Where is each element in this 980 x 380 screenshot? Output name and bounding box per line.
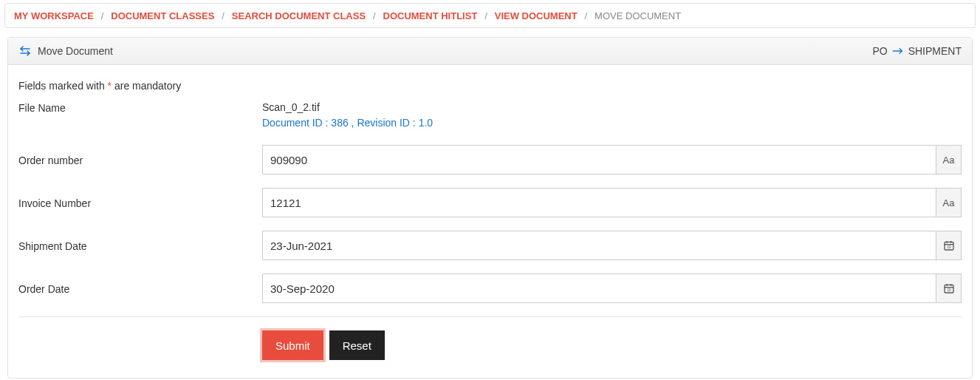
reset-button[interactable]: Reset xyxy=(329,330,385,360)
breadcrumb-separator: / xyxy=(222,10,225,21)
breadcrumb-separator: / xyxy=(373,10,376,21)
breadcrumb-separator: / xyxy=(484,10,487,21)
move-direction-label: PO SHIPMENT xyxy=(872,45,962,57)
invoice-number-row: Invoice Number Aa xyxy=(18,188,962,217)
order-number-row: Order number Aa xyxy=(18,145,962,174)
file-name-value: Scan_0_2.tif xyxy=(262,101,320,113)
panel-header: Move Document PO SHIPMENT xyxy=(8,38,972,65)
move-document-panel: Move Document PO SHIPMENT Fields marked … xyxy=(7,37,973,379)
breadcrumb-item-view-document[interactable]: VIEW DOCUMENT xyxy=(495,10,578,21)
invoice-number-input[interactable] xyxy=(262,188,936,217)
panel-title: Move Document xyxy=(38,45,113,57)
order-date-label: Order Date xyxy=(18,282,262,295)
invoice-number-label: Invoice Number xyxy=(18,196,262,209)
mandatory-note-suffix: are mandatory xyxy=(112,80,181,92)
text-case-icon[interactable]: Aa xyxy=(936,188,962,217)
file-name-row: File Name Scan_0_2.tif xyxy=(18,101,962,114)
breadcrumb-separator: / xyxy=(585,10,588,21)
breadcrumb-separator: / xyxy=(101,10,104,21)
order-date-input[interactable] xyxy=(262,274,936,303)
breadcrumb-item-search-document-class[interactable]: SEARCH DOCUMENT CLASS xyxy=(232,10,366,21)
panel-body: Fields marked with * are mandatory File … xyxy=(8,65,972,378)
swap-arrows-icon xyxy=(18,45,32,57)
mandatory-note-prefix: Fields marked with xyxy=(18,80,108,92)
document-id-link[interactable]: Document ID : 386 , Revision ID : 1.0 xyxy=(262,117,433,129)
mandatory-note: Fields marked with * are mandatory xyxy=(18,80,962,92)
breadcrumb-item-my-workspace[interactable]: MY WORKSPACE xyxy=(14,10,94,21)
submit-button[interactable]: Submit xyxy=(262,330,323,360)
text-case-icon[interactable]: Aa xyxy=(936,145,962,174)
order-number-input[interactable] xyxy=(262,145,936,174)
breadcrumb-item-document-hitlist[interactable]: DOCUMENT HITLIST xyxy=(383,10,478,21)
button-row: Submit Reset xyxy=(262,330,962,360)
arrow-right-icon xyxy=(892,47,904,55)
shipment-date-input[interactable] xyxy=(262,231,936,260)
calendar-icon[interactable]: 19 xyxy=(936,231,962,260)
breadcrumb: MY WORKSPACE / DOCUMENT CLASSES / SEARCH… xyxy=(4,3,976,28)
file-name-label: File Name xyxy=(18,101,262,114)
breadcrumb-item-move-document: MOVE DOCUMENT xyxy=(594,10,681,21)
order-number-label: Order number xyxy=(18,153,262,166)
move-to-label: SHIPMENT xyxy=(908,45,962,57)
divider xyxy=(18,316,962,317)
shipment-date-label: Shipment Date xyxy=(18,239,262,252)
move-from-label: PO xyxy=(872,45,887,57)
shipment-date-row: Shipment Date 19 xyxy=(18,231,962,260)
svg-text:19: 19 xyxy=(947,245,951,249)
calendar-icon[interactable]: 19 xyxy=(936,274,962,303)
breadcrumb-item-document-classes[interactable]: DOCUMENT CLASSES xyxy=(111,10,214,21)
svg-text:19: 19 xyxy=(947,288,951,292)
order-date-row: Order Date 19 xyxy=(18,274,962,303)
